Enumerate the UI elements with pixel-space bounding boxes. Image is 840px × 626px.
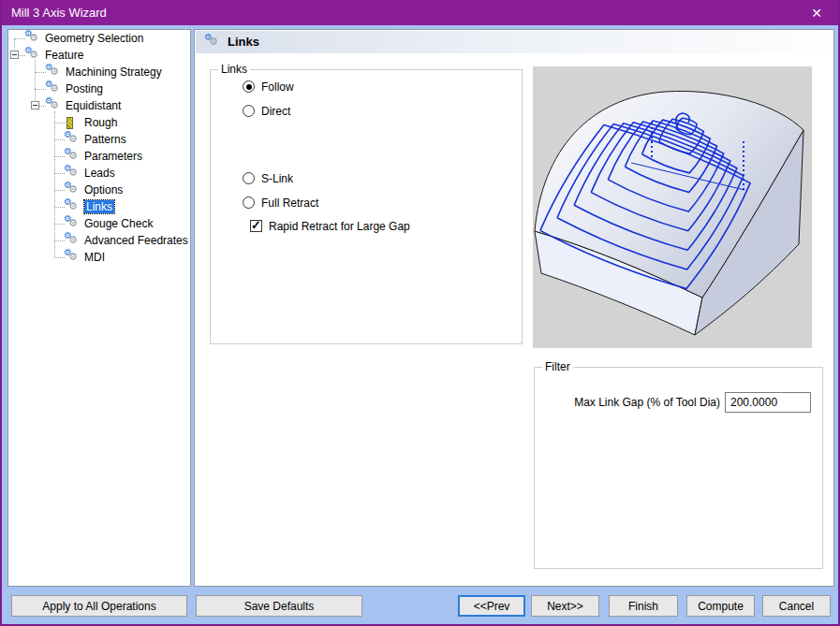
gears-icon: ⚙⚙ [25, 48, 40, 63]
tree-item-feature[interactable]: ⚙⚙ Feature [8, 47, 190, 64]
gears-icon: ⚙⚙ [65, 182, 80, 197]
tree-item-parameters[interactable]: ⚙⚙ Parameters [8, 148, 190, 165]
wizard-tree: ⚙⚙ Geometry Selection ⚙⚙ Feature ⚙⚙ Mach… [7, 29, 191, 587]
next-button[interactable]: Next>> [531, 595, 599, 617]
tree-item-links[interactable]: ⚙⚙ Links [8, 198, 190, 215]
toolpath-preview-image [533, 66, 812, 348]
selected-tree-item: Links [84, 200, 114, 213]
tree-item-gouge-check[interactable]: ⚙⚙ Gouge Check [8, 215, 190, 232]
filter-groupbox-label: Filter [542, 360, 573, 373]
checkbox-checked-icon: ✓ [250, 220, 262, 232]
gears-icon: ⚙⚙ [25, 31, 40, 46]
gears-icon: ⚙⚙ [205, 35, 220, 50]
gears-icon: ⚙⚙ [46, 98, 61, 113]
tree-item-equidistant[interactable]: ⚙⚙ Equidistant [8, 97, 190, 114]
gears-icon: ⚙⚙ [46, 81, 61, 96]
radio-icon [243, 80, 255, 93]
finish-button[interactable]: Finish [609, 595, 678, 617]
tree-item-rough[interactable]: Rough [8, 114, 190, 131]
save-defaults-button[interactable]: Save Defaults [196, 595, 362, 617]
links-groupbox: Links [210, 69, 523, 344]
gears-icon: ⚙⚙ [46, 65, 61, 80]
window-title: Mill 3 Axis Wizard [11, 6, 107, 20]
tree-item-patterns[interactable]: ⚙⚙ Patterns [8, 131, 190, 148]
tree-item-geometry-selection[interactable]: ⚙⚙ Geometry Selection [8, 30, 190, 47]
tree-item-leads[interactable]: ⚙⚙ Leads [8, 165, 190, 182]
page-title: Links [228, 35, 259, 49]
tree-item-posting[interactable]: ⚙⚙ Posting [8, 80, 190, 97]
radio-icon [243, 172, 255, 184]
gears-icon: ⚙⚙ [65, 132, 80, 147]
max-link-gap-input[interactable] [725, 392, 811, 413]
radio-icon [243, 197, 255, 209]
wizard-window: Mill 3 Axis Wizard ✕ ⚙⚙ Geometry Selecti… [0, 0, 840, 626]
compute-button[interactable]: Compute [686, 595, 755, 617]
gears-icon: ⚙⚙ [65, 166, 80, 181]
tree-item-options[interactable]: ⚙⚙ Options [8, 182, 190, 198]
tree-item-machining-strategy[interactable]: ⚙⚙ Machining Strategy [8, 64, 190, 80]
prev-button[interactable]: <<Prev [458, 595, 525, 617]
page-header: ⚙⚙ Links [196, 31, 833, 53]
apply-to-all-operations-button[interactable]: Apply to All Operations [11, 595, 187, 617]
title-bar: Mill 3 Axis Wizard ✕ [0, 0, 840, 25]
gears-icon: ⚙⚙ [65, 199, 80, 214]
tool-icon [66, 117, 73, 129]
gears-icon: ⚙⚙ [65, 250, 80, 265]
gears-icon: ⚙⚙ [65, 233, 80, 248]
cancel-button[interactable]: Cancel [762, 595, 831, 617]
links-groupbox-label: Links [218, 63, 250, 76]
radio-icon [243, 105, 255, 117]
tree-item-advanced-feedrates[interactable]: ⚙⚙ Advanced Feedrates [8, 232, 190, 249]
max-link-gap-label: Max Link Gap (% of Tool Dia) [545, 396, 720, 409]
tree-item-mdi[interactable]: ⚙⚙ MDI [8, 249, 190, 266]
gears-icon: ⚙⚙ [65, 216, 80, 231]
gears-icon: ⚙⚙ [65, 149, 80, 164]
close-icon[interactable]: ✕ [801, 2, 833, 23]
toolpath-svg [533, 66, 812, 348]
